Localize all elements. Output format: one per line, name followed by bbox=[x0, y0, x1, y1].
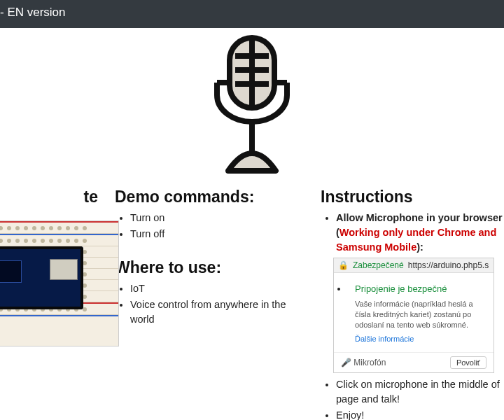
board-image bbox=[0, 220, 119, 346]
col-mid: Demo commands: Turn on Turn off Where to… bbox=[115, 188, 304, 420]
demo-heading: Demo commands: bbox=[115, 188, 304, 206]
mic-label: Mikrofón bbox=[354, 358, 386, 368]
list-item: Turn on bbox=[130, 211, 304, 225]
list-item: Pripojenie je bezpečné Vaše informácie (… bbox=[348, 277, 493, 351]
list-item: Turn off bbox=[130, 227, 304, 241]
allow-button[interactable]: Povoliť bbox=[450, 356, 486, 369]
permission-card: 🔒 Zabezpečené https://arduino.php5.s Pri… bbox=[333, 258, 494, 373]
hero bbox=[0, 28, 504, 181]
instr-allow: Allow Microphone in your browser bbox=[336, 212, 503, 223]
list-item: Enjoy! bbox=[336, 408, 503, 420]
esp-chip bbox=[0, 246, 83, 309]
microphone-icon[interactable] bbox=[196, 34, 308, 174]
col-right: Instructions Allow Microphone in your br… bbox=[321, 188, 503, 420]
paren-close: ): bbox=[416, 241, 424, 253]
left-heading: te bbox=[0, 188, 98, 206]
card-text: Vaše informácie (napríklad heslá a čísla… bbox=[355, 299, 486, 330]
list-item: Click on microphone in the middle of pag… bbox=[336, 377, 503, 407]
list-item: Voice control from anywhere in the world bbox=[130, 298, 304, 327]
card-more-link[interactable]: Ďalšie informácie bbox=[355, 334, 486, 345]
card-footer: 🎤 Mikrofón Povoliť bbox=[334, 352, 493, 372]
card-title: Pripojenie je bezpečné bbox=[355, 283, 486, 296]
card-url-bar: 🔒 Zabezpečené https://arduino.php5.s bbox=[334, 258, 493, 273]
top-bar: - EN version bbox=[0, 0, 504, 28]
col-left: te bbox=[0, 188, 98, 420]
secure-label: Zabezpečené bbox=[353, 260, 404, 270]
card-url: https://arduino.php5.s bbox=[408, 260, 489, 270]
where-list: IoT Voice control from anywhere in the w… bbox=[115, 281, 304, 327]
list-item: IoT bbox=[130, 281, 304, 296]
instructions-list: Allow Microphone in your browser (Workin… bbox=[321, 211, 503, 255]
mic-row: 🎤 Mikrofón bbox=[341, 358, 386, 368]
where-heading: Where to use: bbox=[115, 258, 304, 277]
list-item: Allow Microphone in your browser (Workin… bbox=[336, 211, 503, 255]
instructions-heading: Instructions bbox=[321, 188, 503, 206]
demo-list: Turn on Turn off bbox=[115, 211, 304, 241]
columns: te Demo commands: Turn on Turn off Where… bbox=[0, 181, 504, 420]
instructions-list-2: Click on microphone in the middle of pag… bbox=[321, 377, 503, 420]
lock-icon: 🔒 bbox=[338, 260, 349, 270]
mic-small-icon: 🎤 bbox=[341, 358, 351, 368]
page-title: - EN version bbox=[0, 6, 66, 19]
